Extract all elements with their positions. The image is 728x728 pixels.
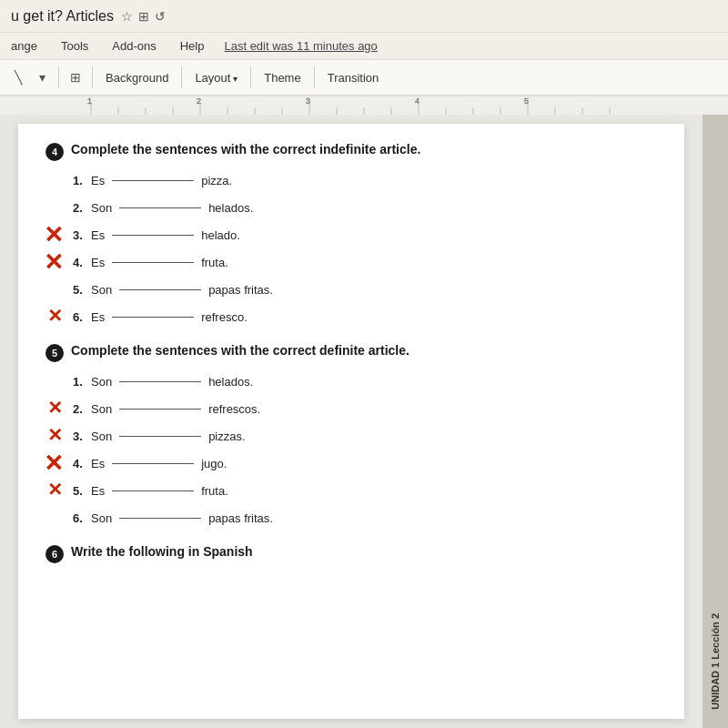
q4-item-3: ✕ 3. Eshelado.	[73, 225, 657, 245]
toolbar-separator-1	[58, 66, 59, 88]
svg-text:2: 2	[197, 96, 201, 106]
svg-text:1: 1	[87, 96, 92, 106]
q4-xmark-4: ✕	[44, 248, 64, 277]
q4-blank-5	[119, 289, 201, 290]
question-6-title: Write the following in Spanish	[71, 544, 253, 559]
dropdown-arrow[interactable]: ▾	[31, 66, 53, 88]
q4-xmark-3: ✕	[44, 221, 64, 249]
q5-item-4-text: Esjugo.	[91, 457, 227, 470]
last-edit-label: Last edit was 11 minutes ago	[224, 39, 377, 53]
q4-blank-2	[119, 207, 201, 208]
q4-item-1-number: 1.	[73, 174, 91, 187]
toolbar-separator-3	[181, 66, 182, 88]
menu-help[interactable]: Help	[177, 37, 208, 55]
q5-item-5-number: 5.	[73, 484, 91, 498]
q4-item-6-number: 6.	[73, 310, 91, 324]
q5-item-5-text: Esfruta.	[91, 484, 228, 498]
menu-ange[interactable]: ange	[7, 37, 41, 55]
question-5-header: 5 Complete the sentences with the correc…	[46, 343, 657, 362]
transition-button[interactable]: Transition	[320, 67, 387, 88]
question-5-title: Complete the sentences with the correct …	[71, 343, 410, 358]
layout-button[interactable]: Layout	[187, 67, 245, 88]
question-4-header: 4 Complete the sentences with the correc…	[46, 142, 657, 161]
question-6-block: 6 Write the following in Spanish	[46, 544, 657, 563]
q4-item-5-number: 5.	[73, 283, 91, 297]
star-icon[interactable]: ☆	[121, 9, 133, 24]
question-4-title: Complete the sentences with the correct …	[71, 142, 420, 157]
q5-blank-1	[119, 381, 201, 382]
q4-item-5-text: Sonpapas fritas.	[91, 283, 273, 297]
title-bar: u get it? Articles ☆ ⊞ ↺	[0, 0, 728, 33]
question-5-block: 5 Complete the sentences with the correc…	[46, 343, 657, 528]
q5-item-3: ✕ 3. Sonpizzas.	[73, 426, 657, 446]
theme-button[interactable]: Theme	[257, 67, 308, 88]
q5-item-4-number: 4.	[73, 457, 91, 470]
q4-item-3-number: 3.	[73, 228, 91, 242]
q5-xmark-5: ✕	[47, 479, 63, 500]
q4-item-5: 5. Sonpapas fritas.	[73, 279, 657, 299]
q4-item-4-number: 4.	[73, 256, 91, 269]
q5-blank-2	[119, 409, 201, 410]
background-button[interactable]: Background	[98, 67, 176, 88]
q5-item-2: ✕ 2. Sonrefrescos.	[73, 399, 657, 419]
q4-item-1-text: Espizza.	[91, 174, 232, 187]
question-4-block: 4 Complete the sentences with the correc…	[46, 142, 657, 327]
q4-item-2-text: Sonhelados.	[91, 201, 253, 215]
question-4-items: 1. Espizza. 2. Sonhelados. ✕ 3.	[46, 170, 657, 327]
q5-item-6: 6. Sonpapas fritas.	[73, 508, 657, 528]
menu-bar: ange Tools Add-ons Help Last edit was 11…	[0, 33, 728, 60]
side-tab: UNIDAD 1 Lección 2	[703, 115, 728, 728]
toolbar-separator-5	[314, 66, 315, 88]
svg-text:5: 5	[524, 96, 529, 106]
document-area: 4 Complete the sentences with the correc…	[0, 115, 728, 728]
q5-item-2-number: 2.	[73, 402, 91, 416]
question-4-number: 4	[46, 143, 64, 161]
q5-item-6-text: Sonpapas fritas.	[91, 511, 273, 525]
q5-item-2-text: Sonrefrescos.	[91, 402, 260, 416]
question-6-number: 6	[46, 545, 64, 563]
question-5-items: 1. Sonhelados. ✕ 2. Sonrefrescos. ✕	[46, 371, 657, 528]
q4-item-2: 2. Sonhelados.	[73, 197, 657, 217]
q5-blank-4	[112, 463, 194, 464]
title-icons: ☆ ⊞ ↺	[121, 9, 166, 24]
q5-item-1: 1. Sonhelados.	[73, 371, 657, 391]
ruler: 1 2 3 4 5	[0, 96, 728, 115]
cursor-tool[interactable]: ╲	[7, 66, 29, 88]
add-box-icon[interactable]: ⊞	[65, 66, 86, 88]
q5-blank-5	[112, 490, 194, 491]
q4-item-2-number: 2.	[73, 201, 91, 215]
q5-xmark-4: ✕	[44, 450, 64, 478]
q4-blank-4	[112, 262, 194, 263]
question-5-number: 5	[46, 344, 64, 362]
menu-tools[interactable]: Tools	[57, 37, 92, 55]
q4-item-1: 1. Espizza.	[73, 170, 657, 190]
q5-item-1-text: Sonhelados.	[91, 375, 253, 389]
q4-item-4-text: Esfruta.	[91, 256, 228, 269]
q4-item-6: ✕ 6. Esrefresco.	[73, 307, 657, 327]
q4-xmark-6: ✕	[47, 305, 63, 327]
toolbar-separator-4	[250, 66, 251, 88]
toolbar: ╲ ▾ ⊞ Background Layout Theme Transition	[0, 60, 728, 96]
q5-blank-6	[119, 518, 201, 519]
q4-blank-3	[112, 235, 194, 236]
save-icon[interactable]: ⊞	[138, 9, 149, 24]
q5-item-3-number: 3.	[73, 430, 91, 443]
menu-addons[interactable]: Add-ons	[108, 37, 159, 55]
slide-content: 4 Complete the sentences with the correc…	[18, 124, 684, 719]
question-6-header: 6 Write the following in Spanish	[46, 544, 657, 563]
undo-icon[interactable]: ↺	[155, 9, 166, 24]
q4-item-4: ✕ 4. Esfruta.	[73, 252, 657, 272]
svg-text:4: 4	[415, 96, 420, 106]
q5-xmark-2: ✕	[47, 397, 63, 419]
svg-text:3: 3	[306, 96, 310, 106]
document-title: u get it? Articles	[11, 8, 114, 25]
q4-item-6-text: Esrefresco.	[91, 310, 248, 324]
q4-blank-6	[112, 317, 194, 318]
q5-xmark-3: ✕	[47, 424, 63, 446]
q5-item-4: ✕ 4. Esjugo.	[73, 453, 657, 473]
side-tab-label: UNIDAD 1 Lección 2	[710, 613, 721, 710]
q5-item-1-number: 1.	[73, 375, 91, 389]
q5-item-6-number: 6.	[73, 511, 91, 525]
q4-blank-1	[112, 180, 194, 181]
q5-item-5: ✕ 5. Esfruta.	[73, 480, 657, 500]
